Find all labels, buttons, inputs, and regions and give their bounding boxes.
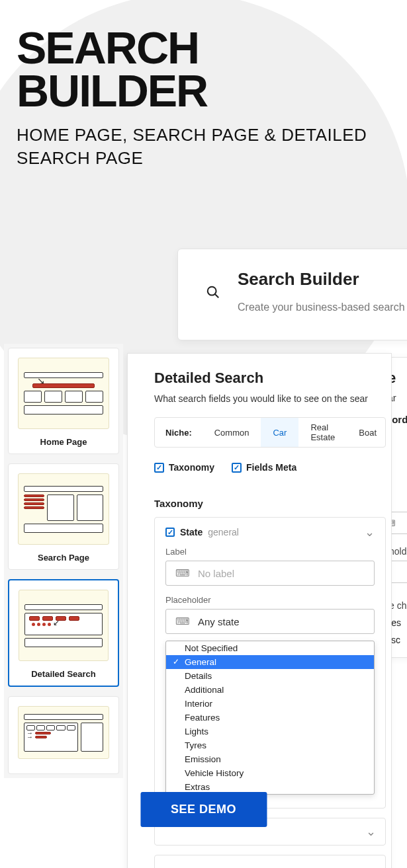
template-label: Search Page bbox=[18, 553, 109, 563]
search-builder-panel: Import/Export Search Builder Create your… bbox=[177, 249, 407, 340]
dropdown-option[interactable]: Additional bbox=[166, 683, 374, 697]
dropdown-option[interactable]: Lights bbox=[166, 725, 374, 738]
taxonomy-section-title: Taxonomy bbox=[154, 498, 386, 509]
chevron-down-icon: ⌄ bbox=[366, 824, 376, 839]
group-dropdown[interactable]: Not Specified General Details Additional… bbox=[165, 641, 375, 795]
placeholder-value: Any state bbox=[198, 616, 240, 627]
template-thumb: ↙ bbox=[19, 590, 109, 661]
see-demo-button[interactable]: SEE DEMO bbox=[140, 792, 267, 827]
keyboard-icon: ⌨ bbox=[175, 567, 190, 579]
keyboard-icon: ⌨ bbox=[175, 615, 190, 627]
collapsed-card[interactable]: ⌄ bbox=[154, 855, 386, 868]
tab-boat[interactable]: Boat bbox=[347, 418, 386, 447]
template-search-page[interactable]: Search Page bbox=[8, 463, 119, 570]
checkbox-icon: ✓ bbox=[154, 463, 164, 473]
label-input[interactable]: ⌨ No label bbox=[165, 561, 375, 586]
chevron-down-icon: ⌄ bbox=[366, 861, 376, 868]
taxonomy-checkbox[interactable]: ✓ Taxonomy bbox=[154, 462, 214, 473]
dropdown-option[interactable]: Details bbox=[166, 669, 374, 683]
taxonomy-label: Taxonomy bbox=[169, 462, 214, 473]
placeholder-field-label: Placeholder bbox=[165, 595, 375, 605]
fields-meta-checkbox[interactable]: ✓ Fields Meta bbox=[232, 462, 296, 473]
template-extra[interactable]: → → bbox=[8, 696, 119, 774]
placeholder-input[interactable]: ⌨ Any state bbox=[165, 609, 375, 634]
label-placeholder: No label bbox=[198, 568, 234, 579]
svg-line-1 bbox=[215, 294, 218, 297]
hero-subtitle: HOME PAGE, SEARCH PAGE & DETAILED SEARCH… bbox=[17, 124, 407, 170]
svg-point-0 bbox=[208, 287, 216, 296]
panel-description: Create your business-based search f bbox=[238, 301, 407, 313]
hero-section: SEARCH BUILDER HOME PAGE, SEARCH PAGE & … bbox=[0, 0, 407, 170]
state-type: general bbox=[208, 527, 239, 537]
detailed-search-editor: Detailed Search What search fields you w… bbox=[127, 353, 392, 868]
dropdown-option[interactable]: Interior bbox=[166, 697, 374, 711]
panel-title: Search Builder bbox=[238, 269, 407, 290]
template-thumb bbox=[18, 473, 109, 545]
template-thumb: → → bbox=[18, 706, 109, 759]
template-thumb: ↘ bbox=[18, 358, 109, 429]
checkbox-icon: ✓ bbox=[165, 528, 175, 537]
state-title: State bbox=[180, 527, 203, 537]
filter-checkboxes: ✓ Taxonomy ✓ Fields Meta bbox=[154, 462, 386, 473]
dropdown-option[interactable]: Not Specified bbox=[166, 641, 374, 655]
hero-title: SEARCH BUILDER bbox=[17, 26, 407, 112]
template-label: Home Page bbox=[18, 437, 109, 447]
niche-tabs: Niche: Common Car Real Estate Boat bbox=[154, 417, 386, 448]
state-card: ✓ State general ⌄ Label ⌨ No label Place… bbox=[154, 517, 386, 809]
template-sidebar: ↘ Home Page Search Page bbox=[4, 344, 123, 778]
niche-label: Niche: bbox=[155, 428, 203, 438]
template-detailed-search[interactable]: ↙ Detailed Search bbox=[8, 579, 119, 687]
dropdown-option-selected[interactable]: General bbox=[166, 655, 374, 669]
template-label: Detailed Search bbox=[19, 669, 109, 679]
template-home-page[interactable]: ↘ Home Page bbox=[8, 348, 119, 454]
label-field-label: Label bbox=[165, 547, 375, 557]
fields-meta-label: Fields Meta bbox=[246, 462, 296, 473]
editor-title: Detailed Search bbox=[154, 370, 386, 387]
search-icon bbox=[206, 285, 220, 303]
checkbox-icon: ✓ bbox=[232, 463, 242, 473]
tab-real-estate[interactable]: Real Estate bbox=[298, 418, 347, 447]
hero-title-2: BUILDER bbox=[17, 65, 207, 116]
state-card-header[interactable]: ✓ State general ⌄ bbox=[165, 527, 375, 537]
editor-subtitle: What search fields you would like to see… bbox=[154, 393, 386, 404]
tab-car[interactable]: Car bbox=[261, 418, 298, 447]
dropdown-option[interactable]: Vehicle History bbox=[166, 766, 374, 780]
dropdown-option[interactable]: Features bbox=[166, 711, 374, 725]
tab-common[interactable]: Common bbox=[203, 418, 261, 447]
dropdown-option[interactable]: Tyres bbox=[166, 738, 374, 752]
dropdown-option[interactable]: Emission bbox=[166, 752, 374, 766]
